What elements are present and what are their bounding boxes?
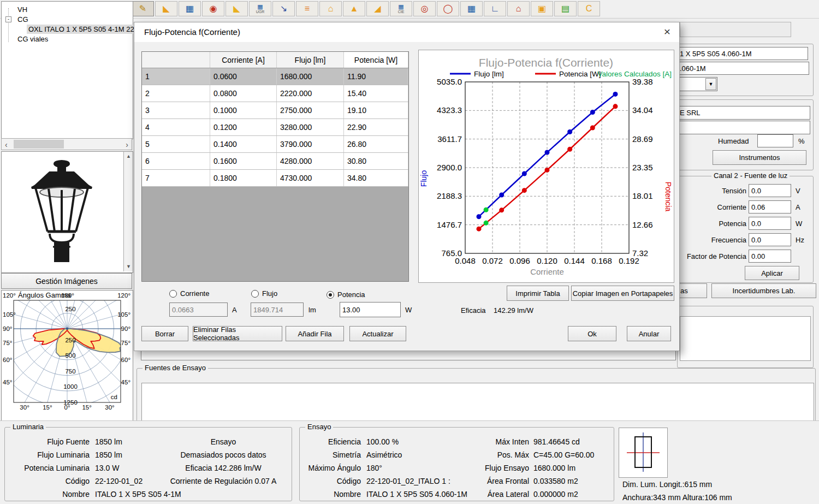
scroll-thumb[interactable] bbox=[14, 140, 64, 149]
radio-potencia[interactable]: Potencia bbox=[327, 290, 365, 299]
fuentes-ensayo-list[interactable] bbox=[141, 383, 814, 422]
anadir-fila-button[interactable]: Añadir Fila bbox=[286, 326, 344, 341]
tree-item-3[interactable]: CG viales bbox=[2, 34, 132, 44]
radio-corriente[interactable]: Corriente bbox=[169, 289, 209, 298]
table-cell[interactable]: 4280.000 bbox=[277, 153, 344, 169]
potencia-value-input[interactable]: 13.00 bbox=[340, 302, 401, 317]
table-cell[interactable]: 26.80 bbox=[344, 136, 408, 152]
image-vertical-scrollbar[interactable]: ▲ ▼ bbox=[123, 152, 133, 271]
scroll-up-icon[interactable]: ▲ bbox=[126, 154, 131, 159]
intensity-table-icon[interactable]: ▦ bbox=[179, 1, 201, 16]
table-cell[interactable]: 15.40 bbox=[344, 85, 408, 102]
energy-label-icon[interactable]: ≡ bbox=[296, 1, 318, 16]
cartesian-diagram-icon[interactable]: ◣ bbox=[225, 1, 248, 16]
table-cell[interactable]: 2220.000 bbox=[277, 85, 344, 102]
aplicar-button[interactable]: Aplicar bbox=[745, 266, 799, 280]
tree-item-label[interactable]: CG bbox=[16, 15, 30, 24]
tree-item-0[interactable]: VH bbox=[2, 4, 132, 14]
depreciation-curve-icon[interactable]: ↘ bbox=[272, 1, 295, 16]
table-cell[interactable]: 4730.000 bbox=[277, 170, 344, 186]
table-row[interactable]: 10.06001680.00011.90 bbox=[142, 68, 408, 85]
table-header-1[interactable]: Corriente [A] bbox=[210, 52, 277, 68]
report-sheet-icon[interactable]: ▤ bbox=[554, 1, 577, 16]
edit-photometry-icon[interactable]: ✎ bbox=[132, 1, 154, 16]
table-cell[interactable]: 19.10 bbox=[344, 102, 408, 118]
tree-item-label[interactable]: CG viales bbox=[16, 34, 50, 44]
windows-tiles-icon[interactable]: ▣ bbox=[531, 1, 553, 16]
tree-item-1[interactable]: -CG bbox=[2, 14, 132, 24]
flujo-value-input[interactable]: 1849.714 bbox=[251, 303, 304, 317]
table-cell[interactable]: 34.80 bbox=[344, 170, 408, 186]
luminaire-shape-icon[interactable]: ⌂ bbox=[319, 1, 342, 16]
table-row[interactable]: 30.10002750.00019.10 bbox=[142, 102, 408, 119]
projector-beam-icon[interactable]: ⌂ bbox=[507, 1, 530, 16]
table-cell[interactable]: 11.90 bbox=[344, 68, 408, 85]
canal2-0-input[interactable]: 0.0 bbox=[749, 184, 791, 197]
scroll-left-icon[interactable]: ‹ bbox=[5, 141, 8, 149]
instrumentos-button[interactable]: Instrumentos bbox=[713, 150, 806, 165]
table-cell[interactable]: 3790.000 bbox=[277, 136, 344, 152]
tree-item-label[interactable]: VH bbox=[16, 5, 29, 14]
scroll-right-icon[interactable]: › bbox=[126, 141, 128, 149]
actualizar-button[interactable]: Actualizar bbox=[349, 326, 406, 341]
table-cell[interactable]: 0.0800 bbox=[210, 85, 277, 102]
corriente-value-input[interactable]: 0.0663 bbox=[169, 303, 228, 317]
ok-button[interactable]: Ok bbox=[568, 326, 616, 341]
partial-left-button[interactable]: as bbox=[679, 283, 707, 298]
scroll-down-icon[interactable]: ▼ bbox=[126, 264, 131, 269]
ugr-table-icon[interactable]: ▦UGR bbox=[249, 1, 271, 16]
row-number-cell[interactable]: 1 bbox=[142, 68, 210, 85]
luminaire-code-field[interactable]: .060-1M bbox=[677, 62, 809, 75]
isolux-rings-icon[interactable]: ◎ bbox=[413, 1, 436, 16]
table-header-0[interactable] bbox=[142, 52, 210, 68]
canal2-4-input[interactable]: 0.00 bbox=[749, 250, 791, 263]
row-number-cell[interactable]: 5 bbox=[142, 136, 210, 152]
table-cell[interactable]: 22.90 bbox=[344, 119, 408, 135]
tree-item-label[interactable]: OXL ITALO 1 X 5P5 S05 4-1M 22 bbox=[27, 25, 136, 34]
table-view-icon[interactable]: ▦ bbox=[460, 1, 483, 16]
lamp-count-dropdown[interactable]: ▼ bbox=[676, 77, 717, 91]
row-number-cell[interactable]: 3 bbox=[142, 102, 210, 118]
dialog-titlebar[interactable]: Flujo-Potencia f(Corriente) × bbox=[134, 22, 679, 42]
tree-expander-icon[interactable]: - bbox=[5, 16, 11, 22]
radio-circle-icon[interactable] bbox=[251, 290, 259, 298]
tree-horizontal-scrollbar[interactable]: ‹ › bbox=[1, 138, 132, 150]
table-cell[interactable]: 0.1200 bbox=[210, 119, 277, 135]
light-cone-icon[interactable]: ▲ bbox=[343, 1, 365, 16]
close-icon[interactable]: × bbox=[664, 25, 670, 38]
tree-item-2[interactable]: OXL ITALO 1 X 5P5 S05 4-1M 22 bbox=[2, 24, 132, 34]
beam-curve-icon[interactable]: ◢ bbox=[366, 1, 389, 16]
table-row[interactable]: 70.18004730.00034.80 bbox=[142, 170, 408, 187]
canal2-2-input[interactable]: 0.0 bbox=[749, 217, 791, 230]
table-cell[interactable]: 0.1600 bbox=[210, 153, 277, 169]
table-cell[interactable]: 2750.000 bbox=[277, 102, 344, 118]
right-list-area[interactable] bbox=[680, 316, 811, 361]
luminaire-name-field[interactable]: 1 X 5P5 S05 4.060-1M bbox=[677, 47, 808, 60]
table-row[interactable]: 40.12003280.00022.90 bbox=[142, 119, 408, 136]
canal2-1-input[interactable]: 0.06 bbox=[749, 200, 791, 214]
table-cell[interactable]: 0.0600 bbox=[210, 68, 277, 85]
eliminar-filas-button[interactable]: Eliminar Filas Seleccionadas bbox=[193, 326, 282, 341]
canal2-3-input[interactable]: 0.0 bbox=[749, 233, 791, 246]
c-planes-icon[interactable]: C bbox=[578, 1, 600, 16]
radio-flujo[interactable]: Flujo bbox=[251, 289, 277, 298]
polar-curve-icon[interactable]: ◣ bbox=[155, 1, 177, 16]
isocandela-icon[interactable]: ◯ bbox=[437, 1, 459, 16]
table-cell[interactable]: 0.1800 bbox=[210, 170, 277, 186]
radio-circle-icon[interactable] bbox=[327, 291, 334, 299]
gamma-flame-icon[interactable]: ◉ bbox=[202, 1, 224, 16]
table-cell[interactable]: 1680.000 bbox=[277, 68, 344, 85]
anular-button[interactable]: Anular bbox=[627, 326, 671, 341]
radio-circle-icon[interactable] bbox=[169, 290, 177, 298]
row-number-cell[interactable]: 7 bbox=[142, 170, 210, 186]
laboratory-field[interactable]: E SRL bbox=[677, 106, 810, 120]
cie-table-icon[interactable]: ▦CIE bbox=[390, 1, 412, 16]
table-row[interactable]: 60.16004280.00030.80 bbox=[142, 153, 408, 170]
copiar-imagen-button[interactable]: Copiar Imagen en Portapapeles bbox=[571, 286, 674, 301]
imprimir-tabla-button[interactable]: Imprimir Tabla bbox=[507, 286, 569, 301]
row-number-cell[interactable]: 2 bbox=[142, 85, 210, 102]
dropdown-arrow-icon[interactable]: ▼ bbox=[705, 78, 716, 90]
gamma-angle-icon[interactable]: ∟ bbox=[484, 1, 506, 16]
table-row[interactable]: 20.08002220.00015.40 bbox=[142, 85, 408, 102]
flux-power-table[interactable]: Corriente [A]Flujo [lm]Potencia [W]10.06… bbox=[141, 51, 409, 282]
